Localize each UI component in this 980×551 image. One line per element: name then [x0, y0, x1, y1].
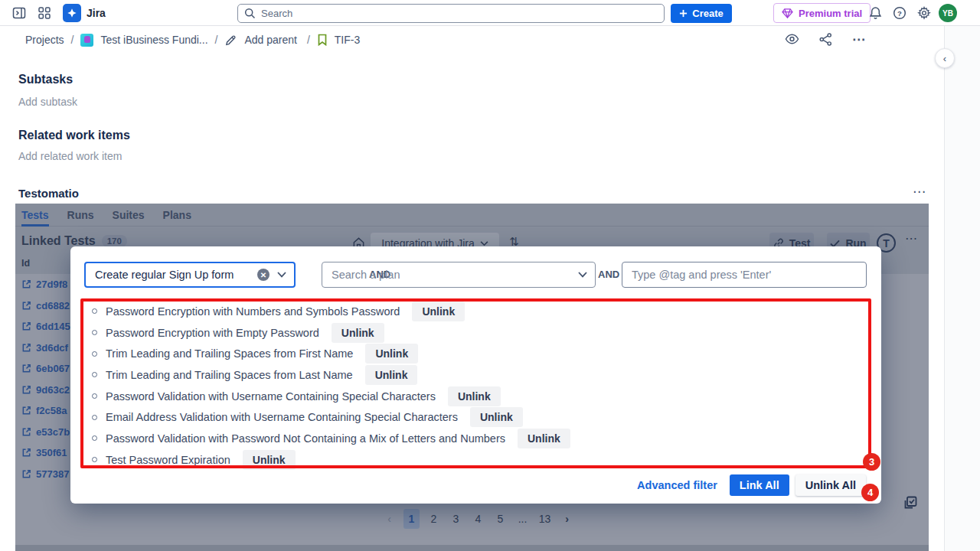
- tag-filter-field[interactable]: [622, 262, 867, 288]
- bookmark-icon: [317, 34, 328, 46]
- test-filter-combobox[interactable]: ✕: [84, 262, 296, 288]
- global-search-input[interactable]: Search: [237, 4, 665, 23]
- breadcrumb: Projects / Test iBusiness Fundi... / Add…: [25, 26, 360, 54]
- unlink-button[interactable]: Unlink: [365, 365, 418, 385]
- list-item: Password Validation with Password Not Co…: [92, 428, 570, 449]
- clear-icon[interactable]: ✕: [257, 269, 270, 281]
- panel-collapse-chevron-icon[interactable]: ‹: [935, 48, 955, 68]
- related-work-items-heading: Related work items: [18, 129, 130, 142]
- unlink-button[interactable]: Unlink: [412, 302, 465, 321]
- unlink-button[interactable]: Unlink: [243, 450, 296, 470]
- create-button[interactable]: Create: [671, 4, 732, 23]
- watch-eye-icon[interactable]: [780, 28, 803, 51]
- edit-pencil-icon: [224, 34, 237, 47]
- bullet-icon: [92, 372, 97, 377]
- advanced-filter-link[interactable]: Advanced filter: [637, 479, 717, 491]
- plus-icon: [679, 9, 688, 18]
- share-icon[interactable]: [814, 28, 837, 51]
- app-name: Jira: [87, 7, 106, 19]
- user-avatar[interactable]: YB: [939, 4, 957, 22]
- annotation-badge-3: 3: [863, 453, 880, 471]
- subtasks-heading: Subtasks: [18, 73, 73, 86]
- bullet-icon: [92, 308, 97, 314]
- add-subtask-link[interactable]: Add subtask: [18, 96, 77, 108]
- list-item: Password Validation with Username Contai…: [92, 386, 570, 407]
- svg-text:?: ?: [897, 9, 902, 18]
- breadcrumb-add-parent[interactable]: Add parent: [244, 34, 297, 46]
- bullet-icon: [92, 415, 97, 420]
- and-label: AND: [598, 269, 619, 280]
- more-actions-icon[interactable]: ⋯: [848, 28, 871, 51]
- app-switcher-icon[interactable]: [36, 5, 53, 21]
- right-panel-rail: ‹: [944, 26, 980, 551]
- breadcrumb-project-name[interactable]: Test iBusiness Fundi...: [100, 34, 207, 46]
- testomatio-more-icon[interactable]: ⋯: [913, 184, 926, 200]
- link-tests-modal: ✕ AND AND Password Encryption with Numbe…: [70, 246, 881, 504]
- project-avatar: [80, 34, 93, 47]
- list-item: Trim Leading and Trailing Spaces from Fi…: [92, 343, 570, 364]
- unlink-button[interactable]: Unlink: [470, 407, 523, 427]
- bullet-icon: [92, 457, 97, 462]
- search-placeholder: Search: [261, 8, 292, 19]
- plan-filter-combobox[interactable]: [322, 262, 596, 288]
- linked-tests-list: Password Encryption with Numbers and Sym…: [92, 301, 570, 471]
- search-icon: [244, 8, 256, 19]
- link-all-button[interactable]: Link All: [730, 474, 789, 496]
- breadcrumb-issue-key[interactable]: TIF-3: [335, 34, 360, 46]
- jira-screen: Jira Search Create Premium trial ? YB Pr…: [0, 0, 980, 551]
- breadcrumb-projects[interactable]: Projects: [25, 34, 64, 46]
- unlink-button[interactable]: Unlink: [332, 323, 384, 343]
- unlink-button[interactable]: Unlink: [518, 429, 570, 448]
- diamond-icon: [782, 8, 793, 18]
- tag-input[interactable]: [622, 269, 866, 281]
- jira-logo-icon[interactable]: [63, 4, 81, 22]
- chevron-down-icon[interactable]: [578, 272, 587, 278]
- breadcrumb-row: Projects / Test iBusiness Fundi... / Add…: [0, 26, 929, 54]
- bullet-icon: [92, 435, 97, 441]
- bullet-icon: [92, 393, 97, 399]
- notifications-bell-icon[interactable]: [867, 5, 884, 21]
- unlink-all-button[interactable]: Unlink All: [795, 474, 866, 496]
- test-filter-input[interactable]: [86, 269, 257, 281]
- add-related-work-item-link[interactable]: Add related work item: [18, 150, 122, 162]
- unlink-button[interactable]: Unlink: [448, 386, 501, 406]
- testomatio-heading: Testomatio: [18, 187, 79, 200]
- chevron-down-icon[interactable]: [277, 272, 286, 278]
- breadcrumb-separator: /: [71, 34, 74, 46]
- modal-footer: Advanced filter Link All Unlink All: [637, 474, 866, 495]
- bullet-icon: [92, 330, 97, 335]
- list-item: Test Password ExpirationUnlink: [92, 449, 570, 471]
- bullet-icon: [92, 351, 97, 357]
- sidebar-expand-icon[interactable]: [11, 5, 28, 21]
- premium-trial-button[interactable]: Premium trial: [773, 3, 871, 23]
- settings-gear-icon[interactable]: [916, 5, 933, 21]
- plan-search-input[interactable]: [322, 269, 578, 281]
- unlink-button[interactable]: Unlink: [365, 344, 418, 364]
- list-item: Email Address Validation with Username C…: [92, 406, 570, 428]
- list-item: Password Encryption with Empty PasswordU…: [92, 322, 570, 344]
- annotation-badge-4: 4: [861, 484, 879, 501]
- help-icon[interactable]: ?: [891, 5, 908, 21]
- list-item: Password Encryption with Numbers and Sym…: [92, 301, 570, 322]
- list-item: Trim Leading and Trailing Spaces from La…: [92, 364, 570, 386]
- issue-actions: ⋯: [780, 28, 871, 51]
- top-navigation-bar: Jira Search Create Premium trial ? YB: [0, 0, 980, 26]
